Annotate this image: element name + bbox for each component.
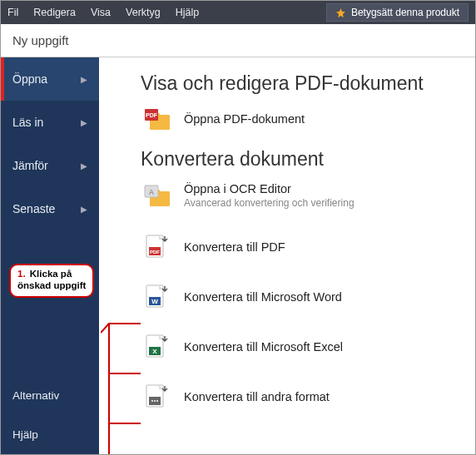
- callout-number: 1.: [17, 269, 26, 279]
- menu-edit[interactable]: Redigera: [33, 7, 76, 18]
- rate-product-label: Betygsätt denna produkt: [351, 7, 459, 18]
- chevron-right-icon: ▶: [81, 161, 87, 171]
- callout-text-line2: önskad uppgift: [17, 280, 86, 290]
- svg-text:X: X: [152, 348, 157, 355]
- svg-point-20: [154, 400, 156, 402]
- svg-text:W: W: [151, 298, 158, 305]
- convert-excel-icon: X: [141, 334, 174, 360]
- svg-point-21: [156, 400, 158, 402]
- sidebar-item-recent[interactable]: Senaste ▶: [1, 187, 99, 230]
- subheader: Ny uppgift: [1, 24, 475, 57]
- sidebar-item-label: Senaste: [12, 202, 55, 215]
- sidebar-item-open[interactable]: Öppna ▶: [1, 57, 99, 101]
- section-title-convert: Konvertera dokument: [141, 148, 459, 171]
- convert-to-excel-label: Konvertera till Microsoft Excel: [184, 340, 343, 354]
- section-title-view-edit: Visa och redigera PDF-dokument: [141, 72, 459, 95]
- rate-product-button[interactable]: Betygsätt denna produkt: [326, 3, 469, 22]
- sidebar-item-options[interactable]: Alternativ: [1, 376, 99, 415]
- convert-to-word-row[interactable]: W Konvertera till Microsoft Word: [141, 284, 459, 310]
- menu-help[interactable]: Hjälp: [176, 7, 200, 18]
- sidebar-item-label: Alternativ: [12, 389, 59, 402]
- convert-to-excel-row[interactable]: X Konvertera till Microsoft Excel: [141, 334, 459, 360]
- convert-word-icon: W: [141, 284, 174, 310]
- app-window: Fil Redigera Visa Verktyg Hjälp Betygsät…: [0, 0, 476, 455]
- sidebar-item-label: Öppna: [12, 72, 47, 86]
- convert-other-icon: [141, 383, 174, 410]
- callout-annotation: 1. Klicka på önskad uppgift: [9, 264, 94, 298]
- convert-to-pdf-row[interactable]: PDF Konvertera till PDF: [141, 234, 459, 260]
- sidebar-item-help[interactable]: Hjälp: [1, 415, 99, 454]
- svg-point-19: [151, 400, 153, 402]
- chevron-right-icon: ▶: [81, 75, 87, 84]
- convert-to-word-label: Konvertera till Microsoft Word: [184, 290, 342, 304]
- pdf-folder-icon: PDF: [141, 106, 174, 131]
- sidebar-item-label: Läs in: [12, 116, 43, 129]
- convert-pdf-icon: PDF: [141, 234, 174, 260]
- menu-file[interactable]: Fil: [7, 7, 18, 18]
- body: Öppna ▶ Läs in ▶ Jämför ▶ Senaste ▶ Alte…: [1, 57, 475, 454]
- sidebar: Öppna ▶ Läs in ▶ Jämför ▶ Senaste ▶ Alte…: [1, 57, 99, 454]
- callout-text-line1: Klicka på: [30, 269, 72, 279]
- convert-to-other-label: Konvertera till andra format: [184, 390, 330, 403]
- ocr-folder-icon: A: [141, 183, 174, 208]
- ocr-editor-row[interactable]: A Öppna i OCR Editor Avancerad konverter…: [141, 182, 459, 209]
- content-pane: Visa och redigera PDF-dokument PDF Öppna…: [99, 57, 475, 454]
- chevron-right-icon: ▶: [81, 118, 87, 127]
- star-icon: [335, 7, 346, 18]
- convert-to-other-row[interactable]: Konvertera till andra format: [141, 383, 459, 410]
- sidebar-item-read[interactable]: Läs in ▶: [1, 101, 99, 144]
- page-title: Ny uppgift: [12, 33, 69, 47]
- sidebar-item-label: Jämför: [12, 159, 48, 172]
- ocr-editor-sublabel: Avancerad konvertering och verifiering: [184, 197, 355, 209]
- chevron-right-icon: ▶: [81, 205, 87, 214]
- menu-view[interactable]: Visa: [91, 7, 111, 18]
- menubar: Fil Redigera Visa Verktyg Hjälp Betygsät…: [1, 1, 475, 24]
- open-pdf-row[interactable]: PDF Öppna PDF-dokument: [141, 106, 459, 131]
- sidebar-item-label: Hjälp: [12, 428, 38, 441]
- convert-to-pdf-label: Konvertera till PDF: [184, 240, 285, 254]
- svg-text:PDF: PDF: [146, 112, 158, 118]
- menu-tools[interactable]: Verktyg: [126, 7, 161, 18]
- open-pdf-label: Öppna PDF-dokument: [184, 112, 305, 126]
- sidebar-item-compare[interactable]: Jämför ▶: [1, 144, 99, 187]
- ocr-editor-label: Öppna i OCR Editor: [184, 182, 355, 195]
- svg-text:PDF: PDF: [150, 250, 160, 255]
- svg-text:A: A: [149, 188, 155, 196]
